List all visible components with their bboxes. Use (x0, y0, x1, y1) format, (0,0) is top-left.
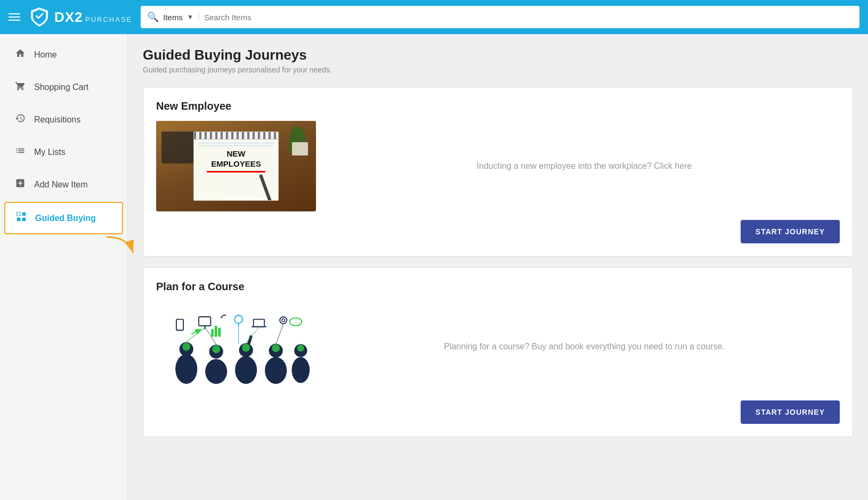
main-content: Guided Buying Journeys Guided purchasing… (128, 34, 868, 500)
card-image-plan-course (156, 301, 316, 392)
svg-point-5 (175, 354, 197, 384)
card-footer-plan-course: START JOURNEY (156, 400, 840, 424)
sidebar-item-requisitions[interactable]: Requisitions (4, 104, 123, 135)
card-body-plan-course: Planning for a course? Buy and book ever… (156, 301, 840, 392)
svg-point-14 (292, 357, 310, 383)
search-category[interactable]: Items (163, 13, 183, 22)
svg-point-30 (290, 318, 302, 326)
svg-rect-37 (215, 326, 217, 337)
app-layout: Home Shopping Cart Requisitions My Lists… (0, 34, 868, 500)
svg-point-18 (242, 343, 250, 351)
logo-shield-icon (29, 6, 50, 28)
logo-text: DX2 (54, 9, 83, 25)
sidebar-item-add-new-item-label: Add New Item (34, 180, 87, 190)
sidebar-item-home[interactable]: Home (4, 39, 123, 70)
svg-line-32 (205, 327, 216, 345)
svg-point-19 (272, 344, 280, 352)
sidebar-item-home-label: Home (34, 50, 57, 60)
card-title-plan-course: Plan for a Course (156, 281, 840, 293)
logo-sub: PURCHASE (85, 15, 132, 23)
svg-line-31 (186, 327, 206, 342)
start-journey-button-new-employee[interactable]: START JOURNEY (741, 220, 840, 243)
svg-rect-2 (17, 218, 21, 222)
sidebar-item-my-lists[interactable]: My Lists (4, 137, 123, 167)
svg-point-20 (297, 345, 304, 351)
guided-buying-icon (16, 211, 27, 225)
card-title-new-employee: New Employee (156, 100, 840, 112)
page-title: Guided Buying Journeys (143, 47, 853, 63)
sidebar-item-my-lists-label: My Lists (34, 147, 66, 157)
sidebar-item-guided-buying-label: Guided Buying (35, 214, 96, 223)
page-subtitle: Guided purchasing journeys personalised … (143, 65, 853, 74)
sidebar-item-shopping-cart-label: Shopping Cart (34, 83, 88, 92)
svg-rect-26 (254, 319, 265, 327)
svg-rect-1 (22, 212, 26, 216)
sidebar-item-requisitions-label: Requisitions (34, 115, 80, 125)
sidebar-item-shopping-cart[interactable]: Shopping Cart (4, 72, 123, 102)
svg-rect-38 (218, 328, 221, 337)
card-description-new-employee: Inducting a new employee into the workpl… (329, 161, 840, 171)
menu-icon[interactable] (9, 13, 20, 21)
logo: DX2 PURCHASE (29, 6, 132, 28)
search-dropdown-arrow[interactable]: ▼ (187, 13, 193, 21)
shopping-cart-icon (15, 80, 26, 94)
svg-rect-0 (17, 212, 21, 216)
requisitions-icon (15, 113, 26, 126)
svg-line-35 (276, 324, 283, 344)
svg-rect-3 (22, 218, 26, 222)
journey-card-plan-course: Plan for a Course (143, 267, 853, 437)
course-illustration (161, 301, 311, 392)
svg-point-28 (280, 317, 287, 324)
svg-line-34 (246, 327, 259, 343)
start-journey-button-plan-course[interactable]: START JOURNEY (741, 400, 840, 424)
svg-point-17 (212, 345, 220, 353)
card-image-new-employee: NEWEMPLOYEES (156, 121, 316, 211)
card-body-new-employee: NEWEMPLOYEES Inducting a new employee in… (156, 121, 840, 211)
svg-point-7 (205, 359, 227, 384)
search-input[interactable] (204, 13, 853, 22)
card-footer-new-employee: START JOURNEY (156, 220, 840, 243)
my-lists-icon (15, 145, 26, 159)
home-icon (15, 48, 26, 61)
svg-point-9 (235, 356, 257, 384)
sidebar: Home Shopping Cart Requisitions My Lists… (0, 34, 128, 500)
svg-point-16 (182, 343, 190, 351)
svg-rect-22 (199, 317, 210, 326)
journey-card-new-employee: New Employee (143, 87, 853, 257)
svg-rect-36 (211, 329, 214, 337)
svg-point-24 (234, 315, 242, 323)
svg-rect-21 (176, 319, 183, 331)
search-bar: 🔍 Items ▼ | (141, 6, 859, 28)
app-header: DX2 PURCHASE 🔍 Items ▼ | (0, 0, 868, 34)
add-new-item-icon (15, 178, 26, 191)
search-icon: 🔍 (147, 11, 159, 23)
sidebar-item-guided-buying[interactable]: Guided Buying (4, 202, 123, 234)
svg-point-29 (282, 319, 285, 322)
card-description-plan-course: Planning for a course? Buy and book ever… (329, 342, 840, 351)
svg-point-12 (265, 357, 287, 384)
sidebar-item-add-new-item[interactable]: Add New Item (4, 169, 123, 200)
